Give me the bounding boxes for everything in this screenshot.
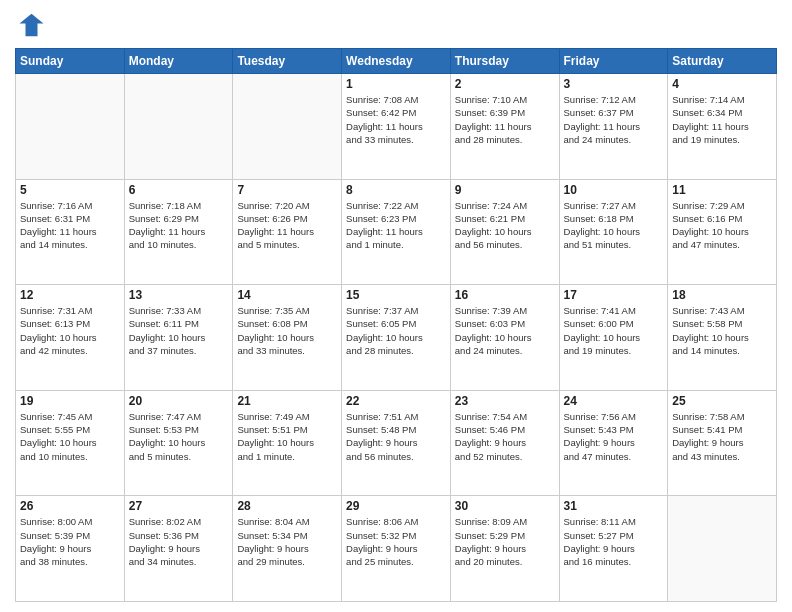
day-info: Sunrise: 7:10 AM Sunset: 6:39 PM Dayligh…: [455, 93, 555, 146]
calendar-table: SundayMondayTuesdayWednesdayThursdayFrid…: [15, 48, 777, 602]
day-number: 8: [346, 183, 446, 197]
day-info: Sunrise: 7:51 AM Sunset: 5:48 PM Dayligh…: [346, 410, 446, 463]
day-number: 5: [20, 183, 120, 197]
logo: [15, 10, 47, 40]
day-cell: 26Sunrise: 8:00 AM Sunset: 5:39 PM Dayli…: [16, 496, 125, 602]
day-number: 4: [672, 77, 772, 91]
day-header-thursday: Thursday: [450, 49, 559, 74]
day-cell: 2Sunrise: 7:10 AM Sunset: 6:39 PM Daylig…: [450, 74, 559, 180]
day-cell: 13Sunrise: 7:33 AM Sunset: 6:11 PM Dayli…: [124, 285, 233, 391]
day-cell: 29Sunrise: 8:06 AM Sunset: 5:32 PM Dayli…: [342, 496, 451, 602]
day-number: 1: [346, 77, 446, 91]
day-cell: 22Sunrise: 7:51 AM Sunset: 5:48 PM Dayli…: [342, 390, 451, 496]
day-cell: 16Sunrise: 7:39 AM Sunset: 6:03 PM Dayli…: [450, 285, 559, 391]
header: [15, 10, 777, 40]
day-number: 22: [346, 394, 446, 408]
day-cell: [668, 496, 777, 602]
week-row-3: 12Sunrise: 7:31 AM Sunset: 6:13 PM Dayli…: [16, 285, 777, 391]
day-header-monday: Monday: [124, 49, 233, 74]
day-info: Sunrise: 7:49 AM Sunset: 5:51 PM Dayligh…: [237, 410, 337, 463]
day-info: Sunrise: 7:27 AM Sunset: 6:18 PM Dayligh…: [564, 199, 664, 252]
day-number: 25: [672, 394, 772, 408]
day-header-tuesday: Tuesday: [233, 49, 342, 74]
day-cell: 24Sunrise: 7:56 AM Sunset: 5:43 PM Dayli…: [559, 390, 668, 496]
day-number: 10: [564, 183, 664, 197]
day-info: Sunrise: 8:04 AM Sunset: 5:34 PM Dayligh…: [237, 515, 337, 568]
day-cell: [233, 74, 342, 180]
day-number: 13: [129, 288, 229, 302]
day-number: 31: [564, 499, 664, 513]
day-number: 2: [455, 77, 555, 91]
day-cell: 6Sunrise: 7:18 AM Sunset: 6:29 PM Daylig…: [124, 179, 233, 285]
logo-icon: [15, 10, 45, 40]
day-number: 18: [672, 288, 772, 302]
day-cell: 30Sunrise: 8:09 AM Sunset: 5:29 PM Dayli…: [450, 496, 559, 602]
day-info: Sunrise: 8:00 AM Sunset: 5:39 PM Dayligh…: [20, 515, 120, 568]
day-cell: 4Sunrise: 7:14 AM Sunset: 6:34 PM Daylig…: [668, 74, 777, 180]
day-info: Sunrise: 7:22 AM Sunset: 6:23 PM Dayligh…: [346, 199, 446, 252]
day-info: Sunrise: 7:47 AM Sunset: 5:53 PM Dayligh…: [129, 410, 229, 463]
day-info: Sunrise: 7:31 AM Sunset: 6:13 PM Dayligh…: [20, 304, 120, 357]
day-info: Sunrise: 7:16 AM Sunset: 6:31 PM Dayligh…: [20, 199, 120, 252]
svg-marker-0: [20, 14, 44, 37]
day-cell: 23Sunrise: 7:54 AM Sunset: 5:46 PM Dayli…: [450, 390, 559, 496]
day-number: 11: [672, 183, 772, 197]
day-info: Sunrise: 7:33 AM Sunset: 6:11 PM Dayligh…: [129, 304, 229, 357]
day-cell: 31Sunrise: 8:11 AM Sunset: 5:27 PM Dayli…: [559, 496, 668, 602]
day-number: 19: [20, 394, 120, 408]
day-info: Sunrise: 7:35 AM Sunset: 6:08 PM Dayligh…: [237, 304, 337, 357]
day-info: Sunrise: 8:06 AM Sunset: 5:32 PM Dayligh…: [346, 515, 446, 568]
day-cell: 14Sunrise: 7:35 AM Sunset: 6:08 PM Dayli…: [233, 285, 342, 391]
day-number: 20: [129, 394, 229, 408]
day-header-sunday: Sunday: [16, 49, 125, 74]
day-info: Sunrise: 8:02 AM Sunset: 5:36 PM Dayligh…: [129, 515, 229, 568]
day-number: 16: [455, 288, 555, 302]
day-cell: 9Sunrise: 7:24 AM Sunset: 6:21 PM Daylig…: [450, 179, 559, 285]
day-number: 3: [564, 77, 664, 91]
day-cell: 12Sunrise: 7:31 AM Sunset: 6:13 PM Dayli…: [16, 285, 125, 391]
day-number: 21: [237, 394, 337, 408]
day-number: 14: [237, 288, 337, 302]
day-info: Sunrise: 7:18 AM Sunset: 6:29 PM Dayligh…: [129, 199, 229, 252]
day-info: Sunrise: 7:58 AM Sunset: 5:41 PM Dayligh…: [672, 410, 772, 463]
day-info: Sunrise: 7:14 AM Sunset: 6:34 PM Dayligh…: [672, 93, 772, 146]
day-cell: 11Sunrise: 7:29 AM Sunset: 6:16 PM Dayli…: [668, 179, 777, 285]
day-cell: 3Sunrise: 7:12 AM Sunset: 6:37 PM Daylig…: [559, 74, 668, 180]
day-info: Sunrise: 7:43 AM Sunset: 5:58 PM Dayligh…: [672, 304, 772, 357]
day-info: Sunrise: 7:08 AM Sunset: 6:42 PM Dayligh…: [346, 93, 446, 146]
day-number: 30: [455, 499, 555, 513]
page: SundayMondayTuesdayWednesdayThursdayFrid…: [0, 0, 792, 612]
day-cell: 20Sunrise: 7:47 AM Sunset: 5:53 PM Dayli…: [124, 390, 233, 496]
day-info: Sunrise: 7:37 AM Sunset: 6:05 PM Dayligh…: [346, 304, 446, 357]
week-row-5: 26Sunrise: 8:00 AM Sunset: 5:39 PM Dayli…: [16, 496, 777, 602]
day-number: 17: [564, 288, 664, 302]
day-cell: 18Sunrise: 7:43 AM Sunset: 5:58 PM Dayli…: [668, 285, 777, 391]
day-cell: 27Sunrise: 8:02 AM Sunset: 5:36 PM Dayli…: [124, 496, 233, 602]
day-cell: 19Sunrise: 7:45 AM Sunset: 5:55 PM Dayli…: [16, 390, 125, 496]
day-number: 26: [20, 499, 120, 513]
day-info: Sunrise: 7:45 AM Sunset: 5:55 PM Dayligh…: [20, 410, 120, 463]
day-cell: [124, 74, 233, 180]
day-number: 9: [455, 183, 555, 197]
day-number: 28: [237, 499, 337, 513]
day-number: 7: [237, 183, 337, 197]
day-number: 29: [346, 499, 446, 513]
day-number: 6: [129, 183, 229, 197]
day-info: Sunrise: 7:12 AM Sunset: 6:37 PM Dayligh…: [564, 93, 664, 146]
day-cell: 10Sunrise: 7:27 AM Sunset: 6:18 PM Dayli…: [559, 179, 668, 285]
day-header-wednesday: Wednesday: [342, 49, 451, 74]
day-cell: 5Sunrise: 7:16 AM Sunset: 6:31 PM Daylig…: [16, 179, 125, 285]
day-header-friday: Friday: [559, 49, 668, 74]
week-row-4: 19Sunrise: 7:45 AM Sunset: 5:55 PM Dayli…: [16, 390, 777, 496]
day-cell: 15Sunrise: 7:37 AM Sunset: 6:05 PM Dayli…: [342, 285, 451, 391]
day-cell: 7Sunrise: 7:20 AM Sunset: 6:26 PM Daylig…: [233, 179, 342, 285]
day-cell: 1Sunrise: 7:08 AM Sunset: 6:42 PM Daylig…: [342, 74, 451, 180]
day-info: Sunrise: 7:39 AM Sunset: 6:03 PM Dayligh…: [455, 304, 555, 357]
day-info: Sunrise: 8:11 AM Sunset: 5:27 PM Dayligh…: [564, 515, 664, 568]
day-cell: [16, 74, 125, 180]
day-number: 15: [346, 288, 446, 302]
day-number: 23: [455, 394, 555, 408]
day-cell: 28Sunrise: 8:04 AM Sunset: 5:34 PM Dayli…: [233, 496, 342, 602]
day-number: 24: [564, 394, 664, 408]
day-info: Sunrise: 8:09 AM Sunset: 5:29 PM Dayligh…: [455, 515, 555, 568]
